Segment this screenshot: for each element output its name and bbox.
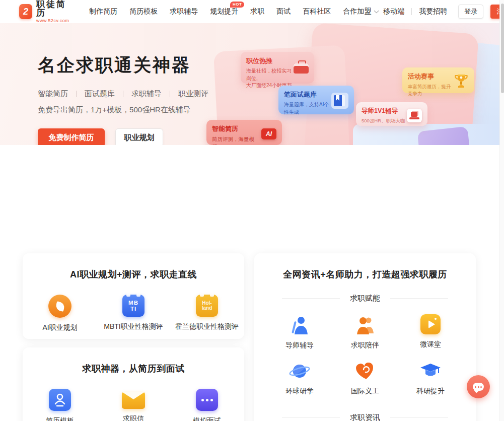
hero-feature: 求职辅导 [131,89,162,99]
card-desc: 海量题库，支持AI个性生成 [284,101,331,116]
divider [76,91,77,97]
hero-card-events[interactable]: 活动赛事 丰富简历履历，提升竞争力 [402,67,474,93]
nav-item-wiki-community[interactable]: 百科社区 [303,7,331,16]
scrollbar-thumb[interactable] [501,4,504,93]
card-desc: 500强HR、职场大咖 [362,117,405,124]
group-divider-empowerment: 求职赋能 [282,294,448,303]
card-desc: 丰富简历履历，提升竞争力 [408,83,454,97]
card-title: 笔面试题库 [284,90,331,99]
hero-subtitle: 免费导出简历，1万+模板，500强HR在线辅导 [38,105,208,115]
login-button[interactable]: 登录 [458,5,483,19]
briefcase-icon [294,60,309,74]
hot-badge: HOT [230,2,244,8]
feature-micro-class[interactable]: 微课堂 [398,314,463,350]
feature-mock-interview[interactable]: 模拟面试 [170,389,244,421]
micro-class-icon [420,314,441,334]
hero-feature: 面试题库 [85,89,115,99]
logo-icon: 2 [19,4,32,19]
feature-label: 模拟面试 [193,416,221,421]
hero-feature: 职业测评 [178,89,208,99]
hero-feature: 智能简历 [38,89,68,99]
create-resume-button[interactable]: 免费制作简历 [38,128,105,145]
logo[interactable]: 2 职徒简历 www.52cv.com [19,0,71,23]
recruit-link[interactable]: 我要招聘 [419,7,447,16]
resume-template-icon [49,389,71,411]
section-title: 求职神器，从简历到面试 [23,347,244,375]
card-title: 导师1V1辅导 [362,107,405,115]
ai-badge-icon: AI [261,128,276,139]
hero-content: 名企求职通关神器 智能简历 面试题库 求职辅导 职业测评 免费导出简历，1万+模… [38,53,208,145]
mobile-link[interactable]: 移动端 [383,7,404,16]
card-title: 活动赛事 [408,72,454,81]
feature-label: 微课堂 [420,340,441,349]
mbti-icon: MBTI [122,295,145,317]
chat-icon [473,383,484,391]
cover-letter-icon [122,392,145,409]
group-divider-news: 求职资讯 [282,413,448,421]
feature-label: AI职业规划 [42,323,77,332]
hero-card-hot-jobs[interactable]: 职位热推 海量社招，校招实习岗位,大厂面经24小时更新 [241,52,314,84]
header-right: 移动端 我要招聘 登录 注册 [383,5,504,19]
section-title: 全网资讯+名师助力，打造超强求职履历 [254,253,476,280]
heart-icon [355,362,375,381]
hero-feature-list: 智能简历 面试题库 求职辅导 职业测评 [38,89,208,99]
feature-intl-volunteer[interactable]: 国际义工 [332,361,398,396]
hero-card-exam-bank[interactable]: 笔面试题库 海量题库，支持AI个性生成 [278,86,354,114]
feature-research-boost[interactable]: 科研提升 [398,361,463,396]
feature-label: 求职信 [123,414,144,421]
feature-label: 求职陪伴 [351,341,379,350]
section-title: AI职业规划+测评，求职走直线 [23,253,244,280]
holland-icon: Hol-land [196,295,218,317]
divider [170,91,170,97]
card-title: 职位热推 [246,56,294,65]
hero-banner: 名企求职通关神器 智能简历 面试题库 求职辅导 职业测评 免费导出简历，1万+模… [0,23,504,145]
feature-label: MBTI职业性格测评 [104,322,163,331]
nav-item-planning[interactable]: 规划提升HOT [210,7,238,16]
book-icon [331,93,348,109]
career-planning-button[interactable]: 职业规划 [115,128,163,145]
nav-item-jobs[interactable]: 求职 [250,7,264,16]
feature-resume-templates[interactable]: 简历模板 [23,389,97,421]
companion-icon [354,314,376,335]
feature-label: 霍兰德职业性格测评 [175,322,239,331]
header: 2 职徒简历 www.52cv.com 制作简历 简历模板 求职辅导 规划提升H… [0,0,504,23]
job-tools-card: 求职神器，从简历到面试 简历模板 求职信 模拟面试 [23,347,244,421]
hero-title: 名企求职通关神器 [38,53,208,77]
feature-global-study[interactable]: 环球研学 [267,361,332,396]
brand-name: 职徒简历 [36,0,71,17]
globe-icon [288,361,311,381]
nav-item-interview[interactable]: 面试 [276,7,291,16]
nav-item-job-coaching[interactable]: 求职辅导 [170,7,198,16]
chat-fab-button[interactable] [467,375,490,398]
feature-ai-career-planning[interactable]: AI职业规划 [23,295,97,332]
mock-interview-icon [196,389,218,411]
feature-mbti-test[interactable]: MBTI MBTI职业性格测评 [97,295,170,332]
brand-domain: www.52cv.com [36,19,71,23]
feature-job-companion[interactable]: 求职陪伴 [332,314,398,350]
card-title: 智能简历 [212,124,261,133]
trophy-icon [454,73,469,89]
group-label: 求职资讯 [340,413,390,421]
ai-career-icon [48,295,71,318]
main-nav: 制作简历 简历模板 求职辅导 规划提升HOT 求职 面试 百科社区 合作加盟 [83,7,383,16]
card-desc: 简历评测，海量模板， [212,135,261,145]
nav-item-create-resume[interactable]: 制作简历 [89,7,117,16]
mentor-icon [289,314,310,335]
feature-label: 环球研学 [285,387,314,396]
divider [123,91,123,97]
career-planning-card: AI职业规划+测评，求职走直线 AI职业规划 MBTI MBTI职业性格测评 H… [23,253,244,339]
nav-item-resume-templates[interactable]: 简历模板 [129,7,158,16]
divider [411,8,412,15]
feature-holland-test[interactable]: Hol-land 霍兰德职业性格测评 [170,295,244,332]
feature-label: 国际义工 [351,387,379,396]
feature-label: 简历模板 [46,416,74,421]
feature-label: 导师辅导 [285,341,314,350]
feature-label: 科研提升 [416,387,445,396]
feature-cover-letter[interactable]: 求职信 [97,389,170,421]
hero-card-smart-resume[interactable]: 智能简历 简历评测，海量模板， AI [206,120,282,145]
scrollbar[interactable] [499,0,504,421]
nav-item-partnership[interactable]: 合作加盟 [343,7,377,16]
laptop-icon [407,109,422,122]
hero-card-mentor[interactable]: 导师1V1辅导 500强HR、职场大咖 [356,102,427,126]
feature-mentor-coaching[interactable]: 导师辅导 [267,314,332,350]
